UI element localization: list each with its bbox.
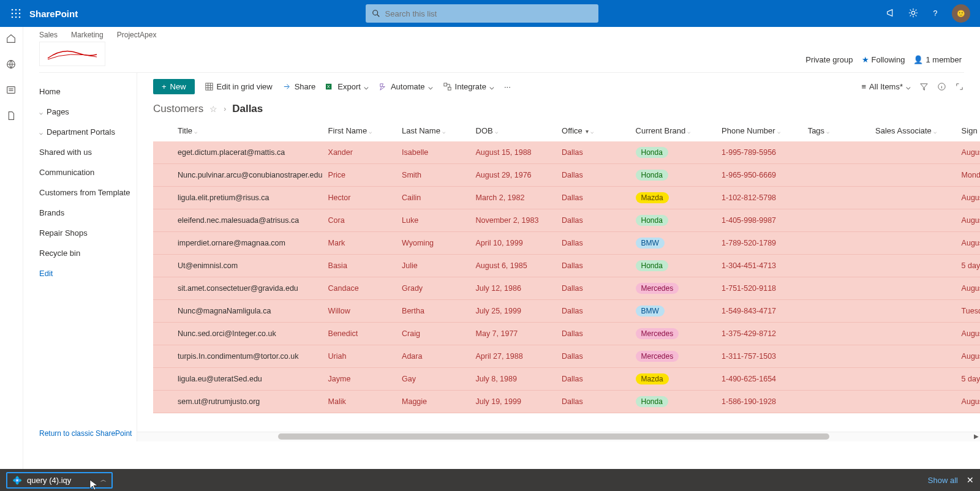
table-row[interactable]: Ut@enimnisl.comBasiaJulieAugust 6, 1985D… [153, 255, 980, 277]
column-header[interactable]: Sign U⌵ [962, 120, 980, 141]
nav-item[interactable]: Shared with us [39, 142, 137, 162]
cell-phone: 1-586-190-1928 [722, 391, 808, 413]
help-icon[interactable]: ? [930, 7, 941, 20]
expand-icon[interactable] [955, 82, 964, 91]
export-button[interactable]: XExport ⌵ [325, 82, 369, 91]
cell-title: Ut@enimnisl.com [153, 255, 328, 277]
download-chip[interactable]: 💠 query (4).iqy ︿ [6, 472, 113, 489]
home-icon[interactable] [6, 33, 18, 45]
chevron-right-icon: › [224, 105, 226, 113]
cell-phone: 1-965-950-6669 [722, 164, 808, 187]
table-row[interactable]: imperdiet.ornare@magnaa.comMarkWyomingAp… [153, 232, 980, 255]
cell-office: Dallas [562, 391, 635, 413]
cell-dob: August 29, 1976 [476, 164, 562, 187]
breadcrumb-item[interactable]: ProjectApex [117, 31, 157, 39]
search-box[interactable] [366, 4, 598, 23]
cell-office: Dallas [562, 323, 635, 345]
column-header[interactable]: Last Name⌵ [402, 120, 475, 141]
cell-dob: July 8, 1989 [476, 368, 562, 391]
info-icon[interactable] [937, 82, 946, 91]
table-row[interactable]: ligula.elit.pretium@risus.caHectorCailin… [153, 187, 980, 209]
svg-rect-15 [205, 83, 212, 90]
settings-icon[interactable] [908, 7, 919, 20]
table-row[interactable]: Nunc.pulvinar.arcu@conubianostraper.eduP… [153, 164, 980, 187]
search-input[interactable] [385, 9, 592, 18]
nav-item[interactable]: Repair Shops [39, 223, 137, 243]
show-all-link[interactable]: Show all [928, 476, 958, 485]
files-icon[interactable] [6, 110, 18, 122]
view-selector[interactable]: ≡ All Items* ⌵ [862, 82, 911, 91]
column-header[interactable]: Office ▾⌵ [562, 120, 635, 141]
breadcrumb-item[interactable]: Marketing [71, 31, 104, 39]
nav-item[interactable]: ⌵Department Portals [39, 122, 137, 142]
nav-item[interactable]: Communication [39, 162, 137, 182]
breadcrumb-item[interactable]: Sales [39, 31, 58, 39]
svg-text:?: ? [933, 9, 937, 17]
scroll-right-arrow[interactable]: ▶ [974, 433, 979, 440]
column-header[interactable]: Current Brand⌵ [636, 120, 722, 141]
column-header[interactable]: Phone Number⌵ [722, 120, 808, 141]
cell-office: Dallas [562, 209, 635, 232]
cell-first: Malik [328, 391, 402, 413]
close-icon[interactable]: ✕ [967, 475, 974, 485]
site-logo[interactable] [39, 42, 105, 66]
svg-point-8 [19, 17, 21, 18]
table-row[interactable]: turpis.In.condimentum@tortor.co.ukUriahA… [153, 345, 980, 368]
brand-badge: Mercedes [636, 283, 679, 294]
nav-item[interactable]: ⌵Pages [39, 102, 137, 122]
table-row[interactable]: Nunc.sed.orci@Integer.co.ukBenedictCraig… [153, 323, 980, 345]
chevron-up-icon[interactable]: ︿ [100, 476, 107, 484]
cell-first: Candace [328, 277, 402, 300]
table-row[interactable]: sem.ut@rutrumjusto.orgMalikMaggieJuly 19… [153, 391, 980, 413]
nav-item[interactable]: Edit [39, 263, 137, 283]
column-header[interactable]: Title⌵ [153, 120, 328, 141]
column-header[interactable]: DOB⌵ [476, 120, 562, 141]
user-avatar[interactable]: 🙂 [952, 4, 970, 23]
list-icon: ≡ [862, 82, 867, 91]
follow-button[interactable]: ★Following [862, 55, 905, 64]
scrollbar-thumb[interactable] [278, 433, 829, 440]
filter-icon[interactable] [919, 82, 929, 91]
svg-rect-18 [443, 83, 447, 86]
app-launcher-icon[interactable] [6, 4, 26, 23]
cell-tags [808, 300, 875, 323]
globe-icon[interactable] [6, 59, 18, 71]
privacy-label: Private group [805, 55, 853, 64]
favorite-star-icon[interactable]: ☆ [209, 104, 217, 114]
more-button[interactable]: ··· [504, 82, 511, 91]
table-row[interactable]: eget.dictum.placerat@mattis.caXanderIsab… [153, 141, 980, 164]
filter-applied-icon: ▾ [584, 128, 589, 135]
horizontal-scrollbar[interactable]: ▶ [137, 432, 980, 441]
members-button[interactable]: 👤1 member [913, 55, 962, 64]
table-row[interactable]: ligula.eu@uteratSed.eduJaymeGayJuly 8, 1… [153, 368, 980, 391]
nav-item[interactable]: Home [39, 81, 137, 102]
cell-title: ligula.eu@uteratSed.edu [153, 368, 328, 391]
table-row[interactable]: sit.amet.consectetuer@gravida.eduCandace… [153, 277, 980, 300]
integrate-button[interactable]: Integrate ⌵ [443, 82, 494, 91]
column-header[interactable]: Sales Associate⌵ [875, 120, 962, 141]
cell-dob: July 12, 1986 [476, 277, 562, 300]
new-button[interactable]: +New [153, 79, 195, 94]
cell-title: sem.ut@rutrumjusto.org [153, 391, 328, 413]
nav-item[interactable]: Customers from Template [39, 182, 137, 203]
column-header[interactable]: First Name⌵ [328, 120, 402, 141]
automate-button[interactable]: Automate ⌵ [379, 82, 433, 91]
cell-first: Hector [328, 187, 402, 209]
column-header[interactable]: Tags⌵ [808, 120, 875, 141]
cell-phone: 1-490-625-1654 [722, 368, 808, 391]
table-row[interactable]: eleifend.nec.malesuada@atrisus.caCoraLuk… [153, 209, 980, 232]
edit-grid-button[interactable]: Edit in grid view [205, 82, 273, 91]
cell-brand: Mercedes [636, 345, 722, 368]
nav-item[interactable]: Brands [39, 203, 137, 223]
megaphone-icon[interactable] [886, 7, 897, 20]
news-icon[interactable] [6, 84, 18, 97]
parent-list-name[interactable]: Customers [153, 103, 203, 115]
cell-brand: Mercedes [636, 323, 722, 345]
share-button[interactable]: Share [282, 82, 316, 91]
column-label: Sales Associate [875, 126, 932, 135]
table-row[interactable]: Nunc@magnaNamligula.caWillowBerthaJuly 2… [153, 300, 980, 323]
return-classic-link[interactable]: Return to classic SharePoint [39, 429, 132, 438]
nav-item[interactable]: Recycle bin [39, 243, 137, 263]
cell-last: Isabelle [402, 141, 475, 164]
brand-badge: Honda [636, 215, 668, 226]
